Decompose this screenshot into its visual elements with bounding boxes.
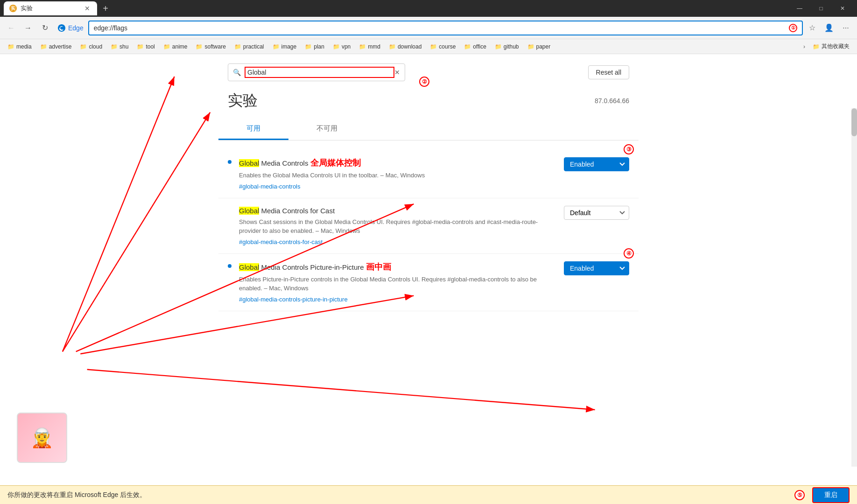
bookmark-label: media	[16, 43, 32, 50]
back-button[interactable]: ←	[4, 21, 19, 35]
bookmark-label: advertise	[49, 43, 72, 50]
bookmark-label: plan	[314, 43, 324, 50]
bookmark-tool[interactable]: 📁 tool	[133, 41, 158, 52]
bookmark-label: course	[439, 43, 456, 50]
tab-available[interactable]: 可用	[218, 119, 288, 140]
annotation-2-badge: ②	[419, 77, 429, 87]
bookmark-image[interactable]: 📁 image	[269, 41, 301, 52]
folder-icon: 📁	[273, 43, 280, 50]
bookmark-course[interactable]: 📁 course	[426, 41, 459, 52]
maximize-button[interactable]: □	[810, 0, 832, 17]
more-button[interactable]: ···	[838, 21, 853, 35]
flag-title-highlight: Global	[239, 159, 259, 167]
bookmark-practical[interactable]: 📁 practical	[231, 41, 268, 52]
bookmark-label: download	[398, 43, 421, 50]
flag-content: Global Media Controls for Cast Shows Cas…	[239, 206, 556, 246]
bookmark-label: 其他收藏夹	[822, 42, 850, 50]
flag-title-rest: Media Controls Picture-in-Picture	[261, 263, 366, 271]
nav-bar: ← → ↻ Edge edge://flags ① ☆ 👤 ···	[0, 17, 857, 39]
flag-select-cast[interactable]: Default Enabled Disabled	[564, 206, 629, 220]
flag-title: Global Media Controls Picture-in-Picture…	[239, 261, 556, 273]
bookmark-anime[interactable]: 📁 anime	[160, 41, 191, 52]
flag-content: Global Media Controls 全局媒体控制 Enables the…	[239, 157, 556, 190]
flag-title-cn: 全局媒体控制	[310, 158, 361, 168]
minimize-button[interactable]: —	[789, 0, 810, 17]
reset-all-button[interactable]: Reset all	[588, 65, 629, 79]
tab-close-button[interactable]: ✕	[83, 4, 91, 13]
folder-icon: 📁	[40, 43, 47, 50]
folder-icon: 📁	[7, 43, 14, 50]
profile-button[interactable]: 👤	[822, 21, 836, 35]
annotation-4-badge: ④	[624, 248, 634, 259]
svg-line-1	[63, 112, 210, 352]
flag-link[interactable]: #global-media-controls-for-cast	[239, 238, 323, 245]
bookmark-label: github	[504, 43, 519, 50]
edge-logo: Edge	[54, 23, 86, 33]
flags-page: 🔍 Global ✕ ② Reset all 实验 87.0.664.66 可用…	[218, 54, 639, 321]
tab-unavailable[interactable]: 不可用	[288, 119, 365, 140]
bookmark-shu[interactable]: 📁 shu	[107, 41, 132, 52]
page-title-row: 实验 87.0.664.66	[218, 91, 639, 119]
flag-title-rest: Media Controls for Cast	[261, 207, 335, 215]
folder-icon: 📁	[333, 43, 340, 50]
new-tab-button[interactable]: +	[99, 2, 112, 15]
reload-button[interactable]: ↻	[37, 21, 52, 35]
restart-button[interactable]: 重启	[812, 487, 850, 503]
flag-select-pip[interactable]: Enabled Disabled Default	[564, 261, 629, 275]
forward-button[interactable]: →	[21, 21, 35, 35]
search-area: 🔍 Global ✕ ② Reset all	[218, 63, 639, 81]
bookmark-office[interactable]: 📁 office	[460, 41, 490, 52]
flags-tabs: 可用 不可用	[218, 119, 639, 140]
flag-item-pip: Global Media Controls Picture-in-Picture…	[218, 254, 639, 311]
bookmark-vpn[interactable]: 📁 vpn	[329, 41, 354, 52]
folder-icon: 📁	[430, 43, 437, 50]
bottom-bar-text: 你所做的更改将在重启 Microsoft Edge 后生效。	[7, 491, 787, 499]
bookmarks-more-button[interactable]: ›	[801, 42, 808, 51]
bookmark-github[interactable]: 📁 github	[491, 41, 523, 52]
bookmark-label: shu	[119, 43, 128, 50]
bookmark-label: tool	[146, 43, 155, 50]
title-bar: 实 实验 ✕ + — □ ✕	[0, 0, 857, 17]
bookmark-download[interactable]: 📁 download	[385, 41, 425, 52]
flag-select-global-media-controls[interactable]: Enabled Disabled Default	[564, 157, 629, 171]
bookmark-media[interactable]: 📁 media	[4, 41, 35, 52]
search-clear-button[interactable]: ✕	[394, 69, 400, 76]
bookmark-advertise[interactable]: 📁 advertise	[36, 41, 76, 52]
browser-tab[interactable]: 实 实验 ✕	[4, 1, 97, 15]
page-title: 实验	[228, 91, 258, 111]
flag-title-rest: Media Controls	[261, 159, 310, 167]
scrollbar[interactable]	[851, 108, 857, 467]
close-button[interactable]: ✕	[832, 0, 853, 17]
flag-link[interactable]: #global-media-controls-picture-in-pictur…	[239, 296, 348, 303]
folder-icon: 📁	[527, 43, 534, 50]
bookmark-label: cloud	[89, 43, 102, 50]
scrollbar-thumb[interactable]	[851, 108, 857, 136]
character-image: 🧝	[17, 413, 67, 463]
bookmark-other[interactable]: 📁 其他收藏夹	[809, 41, 853, 52]
flag-control: ③ Enabled Disabled Default	[564, 157, 629, 171]
search-icon: 🔍	[233, 69, 241, 76]
folder-icon: 📁	[813, 43, 820, 50]
flag-content: Global Media Controls Picture-in-Picture…	[239, 261, 556, 303]
bookmark-label: office	[473, 43, 486, 50]
bookmark-plan[interactable]: 📁 plan	[301, 41, 328, 52]
favorites-button[interactable]: ☆	[805, 21, 820, 35]
address-bar[interactable]: edge://flags ①	[88, 21, 803, 35]
edge-label: Edge	[68, 24, 84, 32]
bookmark-cloud[interactable]: 📁 cloud	[76, 41, 106, 52]
tab-title: 实验	[21, 4, 33, 13]
flag-title: Global Media Controls 全局媒体控制	[239, 157, 556, 169]
folder-icon: 📁	[495, 43, 502, 50]
bookmark-mmd[interactable]: 📁 mmd	[355, 41, 384, 52]
bookmark-paper[interactable]: 📁 paper	[524, 41, 555, 52]
bookmarks-bar: 📁 media 📁 advertise 📁 cloud 📁 shu 📁 tool…	[0, 39, 857, 54]
flag-link[interactable]: #global-media-controls	[239, 183, 301, 190]
flag-dot	[228, 160, 232, 164]
search-input[interactable]: Global	[245, 67, 394, 78]
flag-control: Default Enabled Disabled	[564, 206, 629, 220]
folder-icon: 📁	[80, 43, 87, 50]
flag-desc: Enables the Global Media Controls UI in …	[239, 171, 556, 180]
bookmark-software[interactable]: 📁 software	[192, 41, 229, 52]
bookmark-label: software	[204, 43, 225, 50]
main-content: 🔍 Global ✕ ② Reset all 实验 87.0.664.66 可用…	[0, 54, 857, 485]
